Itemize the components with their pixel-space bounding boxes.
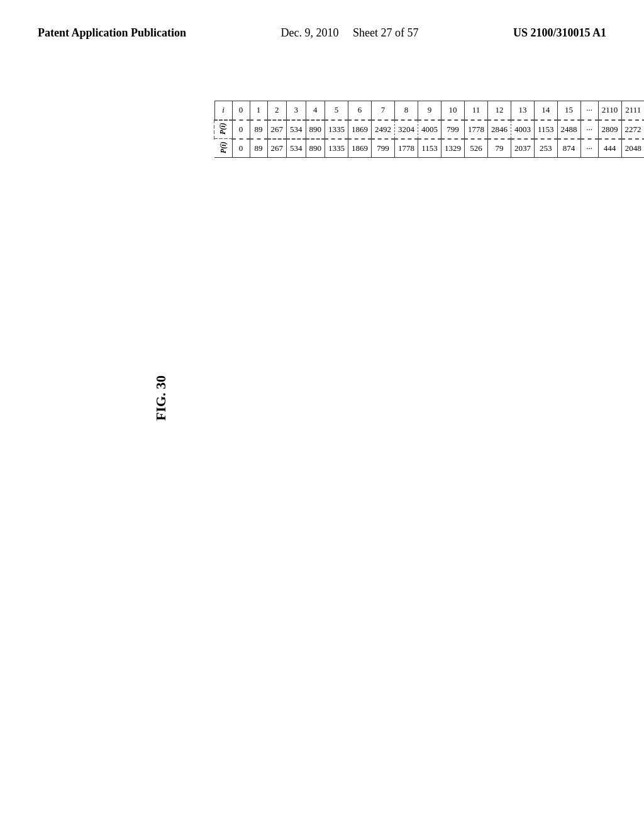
col-2111: 2111: [621, 101, 644, 120]
col-14: 14: [535, 101, 558, 120]
cell-2-0: 0: [232, 139, 250, 158]
cell-2-2110: 444: [598, 139, 621, 158]
cell-2-12: 79: [488, 139, 511, 158]
cell-1-2111: 2272: [621, 120, 644, 139]
cell-2-5: 1335: [325, 139, 348, 158]
data-table-container: i 0 1 2 3 4 5 6 7 8 9 10 11 12 13 14 15 …: [214, 101, 606, 158]
row-header-2: P(i): [214, 139, 232, 158]
cell-2-8: 1778: [395, 139, 418, 158]
cell-1-15: 2488: [557, 120, 580, 139]
cell-2-2: 267: [267, 139, 287, 158]
cell-2-13: 2037: [511, 139, 535, 158]
col-3: 3: [287, 101, 306, 120]
cell-2-11: 526: [465, 139, 488, 158]
table-header-row: i 0 1 2 3 4 5 6 7 8 9 10 11 12 13 14 15 …: [214, 101, 644, 120]
cell-2-14: 253: [535, 139, 558, 158]
cell-1-9: 4005: [418, 120, 441, 139]
patent-number: US 2100/310015 A1: [513, 25, 606, 41]
cell-1-5: 1335: [325, 120, 348, 139]
col-0: 0: [232, 101, 250, 120]
corner-cell: i: [214, 101, 232, 120]
cell-1-2110: 2809: [598, 120, 621, 139]
col-7: 7: [372, 101, 395, 120]
patent-table: i 0 1 2 3 4 5 6 7 8 9 10 11 12 13 14 15 …: [214, 101, 644, 158]
col-2110: 2110: [598, 101, 621, 120]
publication-date: Dec. 9, 2010: [281, 26, 339, 39]
cell-2-4: 890: [306, 139, 325, 158]
cell-2-1: 89: [250, 139, 267, 158]
col-dots: ···: [580, 101, 598, 120]
cell-1-10: 799: [441, 120, 465, 139]
page-header: Patent Application Publication Dec. 9, 2…: [0, 0, 644, 41]
col-1: 1: [250, 101, 267, 120]
cell-1-8: 3204: [395, 120, 418, 139]
cell-2-3: 534: [287, 139, 306, 158]
col-15: 15: [557, 101, 580, 120]
col-11: 11: [465, 101, 488, 120]
cell-1-13: 4003: [511, 120, 535, 139]
cell-1-6: 1869: [348, 120, 372, 139]
cell-1-2: 267: [267, 120, 287, 139]
col-6: 6: [348, 101, 372, 120]
cell-1-14: 1153: [535, 120, 558, 139]
col-12: 12: [488, 101, 511, 120]
col-9: 9: [418, 101, 441, 120]
col-10: 10: [441, 101, 465, 120]
table-row-2: P(i) 0 89 267 534 890 1335 1869 799 1778…: [214, 139, 644, 158]
cell-1-11: 1778: [465, 120, 488, 139]
col-2: 2: [267, 101, 287, 120]
cell-1-dots: ···: [580, 120, 598, 139]
col-4: 4: [306, 101, 325, 120]
header-center: Dec. 9, 2010 Sheet 27 of 57: [281, 25, 419, 41]
col-13: 13: [511, 101, 535, 120]
cell-1-0: 0: [232, 120, 250, 139]
cell-2-6: 1869: [348, 139, 372, 158]
cell-1-1: 89: [250, 120, 267, 139]
col-8: 8: [395, 101, 418, 120]
cell-2-7: 799: [372, 139, 395, 158]
row-header-1: P(i): [214, 120, 232, 139]
col-5: 5: [325, 101, 348, 120]
cell-2-dots: ···: [580, 139, 598, 158]
table-row-1: P(i) 0 89 267 534 890 1335 1869 2492 320…: [214, 120, 644, 139]
publication-title: Patent Application Publication: [38, 25, 186, 41]
cell-2-9: 1153: [418, 139, 441, 158]
cell-1-3: 534: [287, 120, 306, 139]
cell-1-7: 2492: [372, 120, 395, 139]
figure-label: FIG. 30: [153, 375, 169, 421]
cell-1-4: 890: [306, 120, 325, 139]
cell-2-10: 1329: [441, 139, 465, 158]
cell-1-12: 2846: [488, 120, 511, 139]
cell-2-15: 874: [557, 139, 580, 158]
cell-2-2111: 2048: [621, 139, 644, 158]
sheet-info: Sheet 27 of 57: [353, 26, 418, 39]
